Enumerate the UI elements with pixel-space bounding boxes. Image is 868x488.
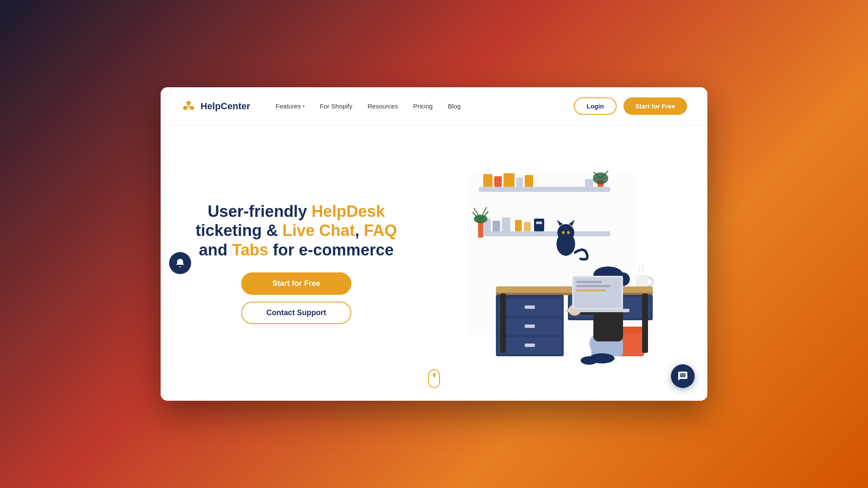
hero-illustration	[415, 125, 687, 401]
svg-rect-65	[576, 285, 610, 287]
svg-rect-70	[642, 294, 648, 353]
nav-resources[interactable]: Resources	[367, 103, 398, 110]
hero-content: User-friendly HelpDesk ticketing & Live …	[195, 125, 415, 401]
navbar: HelpCenter Features ▾ For Shopify Resour…	[161, 87, 707, 125]
svg-rect-23	[536, 222, 542, 224]
svg-point-61	[581, 356, 598, 365]
svg-rect-18	[492, 221, 500, 231]
hero-section: User-friendly HelpDesk ticketing & Live …	[161, 125, 707, 401]
title-highlight-livechat: Live Chat	[282, 222, 355, 239]
svg-rect-50	[591, 339, 623, 356]
scroll-indicator	[428, 369, 440, 388]
svg-rect-16	[479, 231, 610, 236]
start-free-nav-button[interactable]: Start for Free	[623, 97, 687, 115]
title-highlight-tabs: Tabs	[232, 241, 268, 259]
title-part4: and	[199, 241, 232, 259]
svg-rect-21	[524, 222, 531, 231]
login-button[interactable]: Login	[574, 97, 617, 115]
svg-rect-9	[516, 177, 523, 187]
logo-text: HelpCenter	[200, 101, 250, 112]
nav-links: Features ▾ For Shopify Resources Pricing…	[275, 103, 574, 110]
chevron-down-icon: ▾	[303, 104, 305, 108]
hero-title: User-friendly HelpDesk ticketing & Live …	[195, 202, 398, 260]
logo-icon	[181, 99, 196, 114]
svg-rect-67	[566, 309, 629, 312]
logo[interactable]: HelpCenter	[181, 99, 250, 114]
hero-svg-illustration	[441, 157, 661, 369]
nav-features[interactable]: Features ▾	[275, 103, 304, 110]
svg-rect-8	[504, 173, 515, 187]
svg-rect-44	[525, 344, 535, 347]
svg-rect-19	[502, 217, 510, 231]
svg-point-31	[557, 224, 574, 241]
svg-rect-64	[576, 281, 602, 283]
svg-point-35	[567, 231, 570, 234]
svg-rect-5	[479, 187, 610, 192]
scroll-dot	[433, 373, 435, 377]
nav-for-shopify[interactable]: For Shopify	[320, 103, 353, 110]
svg-rect-43	[525, 324, 535, 328]
svg-point-3	[187, 105, 190, 108]
chat-button[interactable]	[671, 364, 695, 388]
start-free-hero-button[interactable]: Start for Free	[241, 272, 351, 295]
svg-rect-22	[534, 219, 544, 231]
svg-point-34	[562, 231, 565, 234]
svg-rect-42	[525, 305, 535, 309]
title-part5: for e-commerce	[268, 241, 394, 259]
chat-icon	[677, 371, 688, 382]
svg-rect-68	[636, 275, 648, 286]
nav-blog[interactable]: Blog	[448, 103, 461, 110]
svg-rect-6	[483, 174, 492, 187]
svg-point-0	[186, 101, 191, 105]
title-part1: User-friendly	[208, 202, 312, 220]
svg-rect-66	[576, 289, 606, 291]
nav-actions: Login Start for Free	[574, 97, 687, 115]
notification-bell-button[interactable]	[169, 252, 191, 274]
title-part2: ticketing &	[195, 222, 282, 239]
bell-icon	[175, 258, 185, 268]
title-part3: ,	[355, 222, 364, 239]
contact-support-button[interactable]: Contact Support	[241, 302, 351, 324]
svg-point-1	[183, 106, 187, 110]
hero-buttons: Start for Free Contact Support	[195, 272, 398, 324]
svg-rect-11	[585, 179, 593, 187]
svg-rect-10	[525, 175, 533, 187]
title-highlight-faq: FAQ	[364, 222, 397, 239]
browser-window: HelpCenter Features ▾ For Shopify Resour…	[161, 87, 707, 401]
nav-pricing[interactable]: Pricing	[413, 103, 433, 110]
svg-rect-20	[515, 220, 522, 231]
title-highlight-helpdesk: HelpDesk	[312, 202, 385, 220]
svg-rect-7	[494, 176, 502, 187]
svg-point-2	[190, 106, 194, 110]
svg-rect-69	[500, 294, 506, 353]
